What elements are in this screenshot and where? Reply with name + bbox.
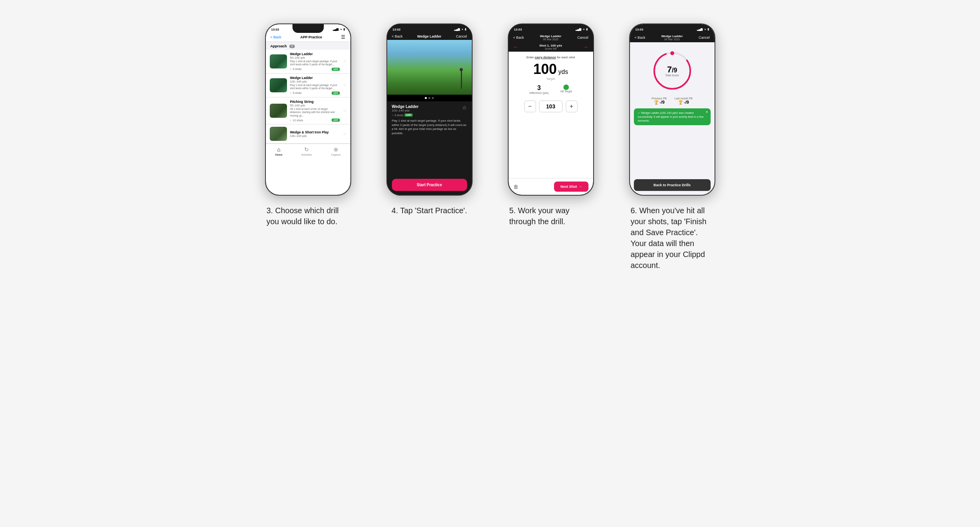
- capture-icon-3: ⊕: [334, 146, 338, 153]
- target-distance-block: 100 yds: [533, 62, 568, 76]
- back-button-6[interactable]: < Back: [635, 36, 646, 40]
- status-icons-4: ▂▄▆ ⌅ ▮: [454, 28, 466, 31]
- next-shot-button[interactable]: Next Shot →: [554, 182, 588, 192]
- drill-item-4[interactable]: Wedge & Short Iron Play 100–140 yds ☆: [266, 124, 350, 144]
- star-icon-screen4[interactable]: ☆: [462, 104, 467, 111]
- phone-screen-3: 13:02 ▂▄▆ ⌅ ▮ < Back APP Practice ☰ Appr…: [266, 24, 350, 195]
- trash-icon[interactable]: 🗑: [513, 184, 518, 190]
- time-3: 13:02: [271, 28, 279, 31]
- prev-shot-arrow[interactable]: ←: [513, 44, 519, 50]
- score-denominator: /9: [672, 67, 677, 74]
- back-button-3[interactable]: < Back: [271, 35, 282, 39]
- phone-notch-5: [535, 24, 567, 33]
- drill-item-3[interactable]: Pitching String 55–100 yds Hit 1 shot at…: [266, 97, 350, 124]
- course-bg: [387, 40, 472, 95]
- section-header-3: Approach 7: [266, 42, 350, 50]
- tab-activities-3[interactable]: ↻ Activities: [301, 146, 312, 156]
- phone-3: 13:02 ▂▄▆ ⌅ ▮ < Back APP Practice ☰ Appr…: [265, 23, 351, 196]
- nav-bar-3: < Back APP Practice ☰: [266, 33, 350, 42]
- trophy-icon-last: 🏆: [678, 100, 683, 104]
- drill-range-4: 100–140 yds: [290, 134, 340, 138]
- start-btn-container: Start Practice: [387, 176, 472, 195]
- back-to-drills-button[interactable]: Back to Practice Drills: [634, 179, 711, 191]
- drill-desc-screen4: Play 1 shot at each target yardage. If y…: [392, 119, 467, 135]
- tab-home-3[interactable]: ⌂ Home: [275, 146, 283, 156]
- step-3-desc: 3. Choose which drill you would like to …: [265, 205, 351, 227]
- wifi-icon-6: ⌅: [704, 28, 706, 31]
- home-icon-3: ⌂: [277, 146, 280, 153]
- increment-button[interactable]: +: [566, 101, 578, 112]
- screen3-bottom: 🗑 Next Shot →: [509, 178, 593, 195]
- tab-bar-3: ⌂ Home ↻ Activities ⊕ Capture: [266, 144, 350, 160]
- step-4-column: 13:02 ▂▄▆ ⌅ ▮ < Back Wedge Ladder Cancel: [377, 23, 482, 216]
- screen4-body: 7 /9 Total Score Previous PB 🏆 -/9: [630, 42, 715, 175]
- drill-thumb-img-3: [270, 104, 287, 118]
- phone-notch-6: [657, 24, 688, 33]
- prev-pb-label: Previous PB: [652, 97, 667, 100]
- start-practice-button[interactable]: Start Practice: [392, 179, 467, 191]
- signal-icon-5: ▂▄▆: [576, 28, 581, 31]
- drill-info-screen4: Wedge Ladder 100–140 yds ○ 9 shots APP ☆…: [387, 101, 472, 176]
- hit-target-dot: [563, 85, 569, 90]
- hit-target-label: Hit Target: [560, 90, 572, 93]
- status-icons-5: ▂▄▆ ⌅ ▮: [576, 28, 588, 31]
- next-shot-arrow[interactable]: →: [583, 44, 588, 50]
- shot-info-block: Shot 1, 100 yds Score 5/9: [539, 44, 562, 50]
- back-button-4[interactable]: < Back: [392, 34, 403, 38]
- back-btn-container: Back to Practice Drills: [630, 175, 715, 195]
- section-badge-3: 7: [289, 45, 295, 48]
- golfer-head: [460, 68, 463, 71]
- tab-capture-label-3: Capture: [331, 153, 341, 156]
- drill-image-4: [387, 40, 472, 95]
- drill-meta-3: ○ 10 shots APP: [290, 119, 340, 122]
- drill-title-4: Wedge Ladder: [392, 104, 419, 109]
- activities-icon-3: ↻: [304, 146, 309, 153]
- star-icon-2[interactable]: ☆: [343, 83, 347, 87]
- star-icon-1[interactable]: ☆: [343, 59, 347, 63]
- drill-meta-2: ○ 9 shots APP: [290, 92, 340, 95]
- drill-item-1[interactable]: Wedge Ladder 50–100 yds Play 1 shot at e…: [266, 50, 350, 74]
- step-6-desc: 6. When you've hit all your shots, tap '…: [629, 205, 715, 271]
- drill-thumb-img-2: [270, 78, 287, 92]
- decrement-button[interactable]: −: [524, 101, 536, 112]
- back-button-5[interactable]: < Back: [513, 36, 524, 40]
- tab-capture-3[interactable]: ⊕ Capture: [331, 146, 341, 156]
- carry-instruction: Enter carry distance for each shot: [526, 56, 575, 59]
- phone-5: 13:03 ▂▄▆ ⌅ ▮ < Back Wedge Ladder 06 Mar…: [508, 23, 594, 196]
- number-input-row: − +: [524, 101, 578, 112]
- drill-thumb-img-4: [270, 127, 287, 141]
- signal-icon-6: ▂▄▆: [697, 28, 703, 31]
- prev-pb-val: -/9: [660, 100, 665, 104]
- star-icon-4[interactable]: ☆: [343, 132, 347, 136]
- drill-name-3: Pitching String: [290, 100, 340, 104]
- drill-meta-1: ○ 9 shots APP: [290, 68, 340, 71]
- last-month-val-block: 🏆 -/9: [678, 100, 689, 104]
- nav-title-block-5: Wedge Ladder 06 Mar 2023: [540, 34, 561, 41]
- cancel-button-5[interactable]: Cancel: [577, 36, 588, 40]
- signal-icon-3: ▂▄▆: [333, 28, 339, 31]
- difference-label: Difference (yds): [529, 92, 549, 94]
- nav-bar-4: < Back Wedge Ladder Cancel: [387, 33, 472, 40]
- next-shot-arrow-icon: →: [579, 185, 582, 189]
- drill-thumb-3: [270, 104, 287, 118]
- star-icon-3[interactable]: ☆: [343, 108, 347, 113]
- drill-thumb-4: [270, 127, 287, 141]
- score-fraction-block: 7 /9: [665, 65, 679, 74]
- wifi-icon-5: ⌅: [583, 28, 585, 31]
- drill-thumb-1: [270, 54, 287, 68]
- cancel-button-4[interactable]: Cancel: [456, 34, 467, 38]
- hit-target-stat: Hit Target: [560, 85, 572, 94]
- drill-desc-1: Play 1 shot at each target yardage. If y…: [290, 60, 340, 67]
- menu-icon-3[interactable]: ☰: [341, 34, 345, 40]
- difference-val: 3: [537, 85, 541, 92]
- distance-input[interactable]: [539, 101, 563, 112]
- badge-app-1: APP: [332, 68, 339, 71]
- drill-info-2: Wedge Ladder 100–140 yds Play 1 shot at …: [290, 76, 340, 95]
- shots-icon-2: ○: [290, 92, 292, 94]
- cancel-button-6[interactable]: Cancel: [698, 36, 709, 40]
- toast-close-icon[interactable]: ✕: [706, 110, 708, 114]
- nav-title-3: APP Practice: [300, 35, 322, 39]
- drill-item-2[interactable]: Wedge Ladder 100–140 yds Play 1 shot at …: [266, 74, 350, 97]
- drill-info-3: Pitching String 55–100 yds Hit 1 shot at…: [290, 100, 340, 122]
- status-icons-3: ▂▄▆ ⌅ ▮: [333, 28, 345, 31]
